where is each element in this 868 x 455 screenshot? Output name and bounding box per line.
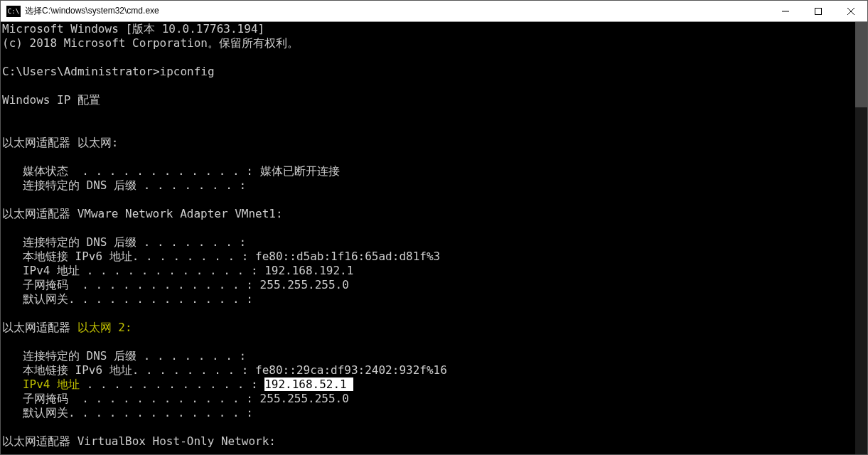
- close-icon: [847, 8, 854, 15]
- minimize-button[interactable]: [769, 1, 802, 21]
- svg-rect-1: [815, 8, 822, 14]
- adapter-2-subnet-mask: 子网掩码 . . . . . . . . . . . . : 255.255.2…: [2, 278, 349, 291]
- banner-line-1: Microsoft Windows [版本 10.0.17763.194]: [2, 22, 264, 36]
- cmd-icon: C:\: [6, 6, 21, 17]
- cmd-window: C:\ 选择C:\windows\system32\cmd.exe Micros…: [0, 0, 868, 455]
- prompt-path: C:\Users\Administrator>: [2, 65, 160, 78]
- adapter-2-header: 以太网适配器 VMware Network Adapter VMnet1:: [2, 207, 283, 220]
- adapter-3-ipv4-label: IPv4 地址: [2, 378, 87, 391]
- titlebar[interactable]: C:\ 选择C:\windows\system32\cmd.exe: [1, 1, 867, 22]
- adapter-3-gateway: 默认网关. . . . . . . . . . . . . :: [2, 406, 253, 419]
- minimize-icon: [782, 8, 789, 15]
- vertical-scrollbar-thumb[interactable]: [855, 22, 867, 107]
- close-button[interactable]: [835, 1, 867, 21]
- adapter-1-header: 以太网适配器 以太网:: [2, 136, 118, 149]
- maximize-button[interactable]: [802, 1, 835, 21]
- adapter-3-header-prefix: 以太网适配器: [2, 321, 77, 334]
- terminal-area[interactable]: Microsoft Windows [版本 10.0.17763.194] (c…: [1, 22, 867, 454]
- banner-line-2: (c) 2018 Microsoft Corporation。保留所有权利。: [2, 36, 299, 50]
- vertical-scrollbar-track[interactable]: [855, 22, 867, 454]
- ipconfig-header: Windows IP 配置: [2, 93, 100, 107]
- adapter-2-ipv4: IPv4 地址 . . . . . . . . . . . . : 192.16…: [2, 264, 353, 277]
- adapter-2-ipv6: 本地链接 IPv6 地址. . . . . . . . : fe80::d5ab…: [2, 250, 440, 263]
- adapter-2-dns-suffix: 连接特定的 DNS 后缀 . . . . . . . :: [2, 235, 246, 249]
- adapter-3-subnet-mask: 子网掩码 . . . . . . . . . . . . : 255.255.2…: [2, 392, 349, 405]
- adapter-4-header: 以太网适配器 VirtualBox Host-Only Network:: [2, 434, 276, 448]
- adapter-3-ipv4-dots: . . . . . . . . . . . . :: [87, 378, 264, 391]
- adapter-1-dns-suffix: 连接特定的 DNS 后缀 . . . . . . . :: [2, 178, 246, 192]
- window-title: 选择C:\windows\system32\cmd.exe: [25, 5, 159, 17]
- adapter-2-gateway: 默认网关. . . . . . . . . . . . . :: [2, 292, 253, 306]
- adapter-3-ipv4-value-selected[interactable]: 192.168.52.1: [264, 378, 353, 391]
- adapter-3-dns-suffix: 连接特定的 DNS 后缀 . . . . . . . :: [2, 349, 246, 363]
- adapter-1-media-state: 媒体状态 . . . . . . . . . . . . : 媒体已断开连接: [2, 164, 340, 178]
- terminal-output: Microsoft Windows [版本 10.0.17763.194] (c…: [1, 22, 867, 449]
- adapter-3-ipv6: 本地链接 IPv6 地址. . . . . . . . : fe80::29ca…: [2, 363, 447, 377]
- prompt-command: ipconfig: [160, 65, 215, 78]
- adapter-3-header-name: 以太网 2:: [77, 321, 132, 334]
- maximize-icon: [815, 8, 822, 15]
